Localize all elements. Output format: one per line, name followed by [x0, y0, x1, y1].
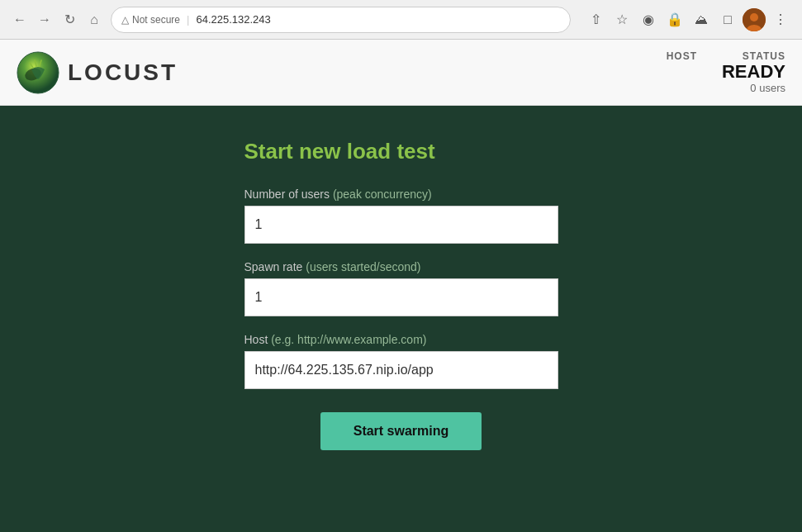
- host-group: Host (e.g. http://www.example.com): [244, 333, 558, 389]
- status-value: READY: [722, 62, 785, 82]
- avatar[interactable]: [743, 8, 766, 31]
- back-button[interactable]: ←: [10, 10, 30, 30]
- num-users-label-text: Number of users: [244, 188, 330, 201]
- main-content: Start new load test Number of users (pea…: [0, 106, 802, 532]
- spawn-rate-group: Spawn rate (users started/second): [244, 260, 558, 316]
- history-button[interactable]: ◉: [637, 8, 660, 31]
- host-label-text: Host: [244, 333, 268, 346]
- bookmark-button[interactable]: ☆: [610, 8, 634, 31]
- spawn-rate-label-text: Spawn rate: [244, 260, 303, 273]
- menu-button[interactable]: ⋮: [769, 8, 792, 31]
- password-button[interactable]: 🔒: [663, 8, 686, 31]
- start-swarming-button[interactable]: Start swarming: [320, 412, 482, 450]
- status-section: STATUS READY 0 users: [722, 50, 785, 94]
- num-users-group: Number of users (peak concurrency): [244, 188, 558, 244]
- address-bar[interactable]: △ Not secure | 64.225.132.243: [111, 7, 571, 33]
- home-button[interactable]: ⌂: [84, 10, 104, 30]
- window-button[interactable]: □: [716, 8, 739, 31]
- status-users: 0 users: [750, 82, 785, 94]
- browser-actions: ⇧ ☆ ◉ 🔒 ⛰ □ ⋮: [584, 8, 792, 31]
- not-secure-label: Not secure: [132, 14, 180, 26]
- address-divider: |: [187, 13, 189, 26]
- status-label: STATUS: [743, 50, 785, 62]
- host-label: HOST: [667, 50, 697, 62]
- spawn-rate-hint: (users started/second): [306, 260, 420, 273]
- logo-area: LOCUST: [17, 51, 178, 94]
- not-secure-indicator: △ Not secure: [121, 14, 180, 26]
- svg-point-1: [750, 13, 758, 21]
- share-button[interactable]: ⇧: [584, 8, 607, 31]
- locust-logo-icon: [17, 51, 59, 94]
- browser-chrome: ← → ↻ ⌂ △ Not secure | 64.225.132.243 ⇧ …: [0, 0, 802, 40]
- spawn-rate-label: Spawn rate (users started/second): [244, 260, 558, 273]
- host-section: HOST: [667, 50, 697, 62]
- host-field-label: Host (e.g. http://www.example.com): [244, 333, 558, 346]
- num-users-input[interactable]: [244, 206, 558, 244]
- browser-nav-buttons: ← → ↻ ⌂: [10, 10, 104, 30]
- spawn-rate-input[interactable]: [244, 278, 558, 316]
- form-container: Start new load test Number of users (pea…: [244, 139, 558, 450]
- extensions-button[interactable]: ⛰: [690, 8, 713, 31]
- logo-text: LOCUST: [68, 59, 178, 86]
- url-text: 64.225.132.243: [196, 13, 270, 26]
- num-users-label: Number of users (peak concurrency): [244, 188, 558, 201]
- reload-button[interactable]: ↻: [59, 10, 79, 30]
- form-title: Start new load test: [244, 139, 558, 164]
- header-right: HOST STATUS READY 0 users: [667, 50, 785, 94]
- num-users-hint: (peak concurrency): [333, 188, 432, 201]
- host-hint: (e.g. http://www.example.com): [271, 333, 426, 346]
- host-input[interactable]: [244, 351, 558, 389]
- forward-button[interactable]: →: [35, 10, 55, 30]
- app-header: LOCUST HOST STATUS READY 0 users: [0, 40, 802, 106]
- not-secure-icon: △: [121, 14, 129, 26]
